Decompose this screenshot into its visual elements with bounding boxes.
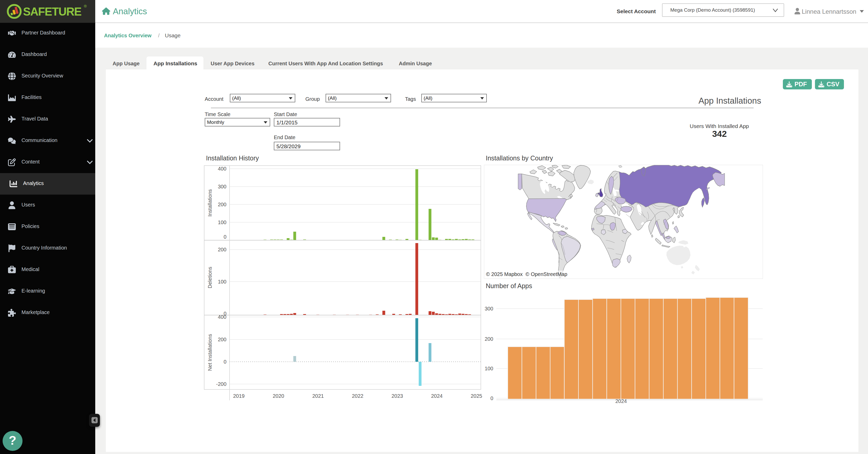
svg-text:200: 200 bbox=[485, 336, 493, 342]
svg-text:0: 0 bbox=[490, 395, 493, 401]
svg-text:300: 300 bbox=[485, 306, 493, 311]
svg-text:2024: 2024 bbox=[615, 398, 627, 404]
svg-text:100: 100 bbox=[485, 366, 493, 371]
